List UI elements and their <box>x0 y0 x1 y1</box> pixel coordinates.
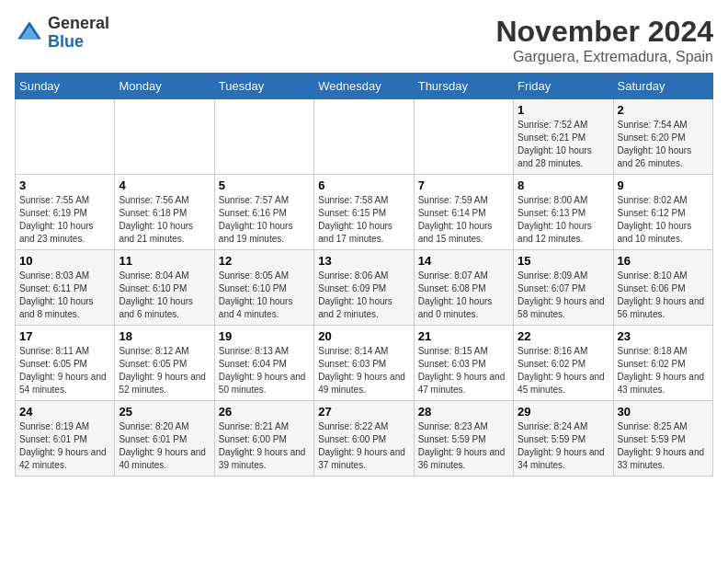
day-number: 10 <box>19 254 110 268</box>
calendar-cell: 4Sunrise: 7:56 AMSunset: 6:18 PMDaylight… <box>115 175 214 250</box>
calendar-cell: 21Sunrise: 8:15 AMSunset: 6:03 PMDayligh… <box>414 326 513 401</box>
calendar-cell: 18Sunrise: 8:12 AMSunset: 6:05 PMDayligh… <box>115 326 214 401</box>
day-info: Sunrise: 7:59 AMSunset: 6:14 PMDaylight:… <box>418 194 509 246</box>
day-number: 27 <box>318 405 409 419</box>
day-info: Sunrise: 7:56 AMSunset: 6:18 PMDaylight:… <box>119 194 210 246</box>
calendar-cell: 19Sunrise: 8:13 AMSunset: 6:04 PMDayligh… <box>214 326 313 401</box>
day-number: 3 <box>19 178 110 192</box>
logo-icon <box>15 18 44 48</box>
day-info: Sunrise: 7:52 AMSunset: 6:21 PMDaylight:… <box>518 119 609 170</box>
logo-text: General Blue <box>48 15 109 52</box>
day-info: Sunrise: 8:20 AMSunset: 6:01 PMDaylight:… <box>119 420 210 472</box>
month-title: November 2024 <box>495 15 713 49</box>
header: General Blue November 2024 Garguera, Ext… <box>15 15 713 65</box>
day-info: Sunrise: 8:16 AMSunset: 6:02 PMDaylight:… <box>518 345 609 396</box>
day-number: 26 <box>219 405 310 419</box>
day-info: Sunrise: 8:23 AMSunset: 5:59 PMDaylight:… <box>418 420 509 472</box>
day-info: Sunrise: 8:19 AMSunset: 6:01 PMDaylight:… <box>19 420 110 472</box>
calendar-week-row: 3Sunrise: 7:55 AMSunset: 6:19 PMDaylight… <box>16 175 713 250</box>
day-number: 9 <box>618 178 709 192</box>
day-number: 16 <box>618 254 709 268</box>
weekday-header: Saturday <box>613 74 712 99</box>
calendar-cell: 5Sunrise: 7:57 AMSunset: 6:16 PMDaylight… <box>214 175 313 250</box>
calendar-cell: 7Sunrise: 7:59 AMSunset: 6:14 PMDaylight… <box>414 175 513 250</box>
weekday-header: Friday <box>514 74 613 99</box>
calendar-cell: 6Sunrise: 7:58 AMSunset: 6:15 PMDaylight… <box>314 175 414 250</box>
day-number: 12 <box>219 254 310 268</box>
day-info: Sunrise: 8:21 AMSunset: 6:00 PMDaylight:… <box>219 420 310 472</box>
day-number: 23 <box>618 329 709 343</box>
day-number: 8 <box>518 178 609 192</box>
calendar-cell: 26Sunrise: 8:21 AMSunset: 6:00 PMDayligh… <box>214 401 313 477</box>
day-info: Sunrise: 7:54 AMSunset: 6:20 PMDaylight:… <box>618 119 709 170</box>
day-info: Sunrise: 8:15 AMSunset: 6:03 PMDaylight:… <box>418 345 509 396</box>
day-number: 28 <box>418 405 509 419</box>
day-info: Sunrise: 8:00 AMSunset: 6:13 PMDaylight:… <box>518 194 609 246</box>
header-row: SundayMondayTuesdayWednesdayThursdayFrid… <box>16 74 713 99</box>
day-info: Sunrise: 8:05 AMSunset: 6:10 PMDaylight:… <box>219 270 310 321</box>
calendar-week-row: 24Sunrise: 8:19 AMSunset: 6:01 PMDayligh… <box>16 401 713 477</box>
day-info: Sunrise: 8:10 AMSunset: 6:06 PMDaylight:… <box>618 270 709 321</box>
calendar-cell: 25Sunrise: 8:20 AMSunset: 6:01 PMDayligh… <box>115 401 214 477</box>
day-info: Sunrise: 7:55 AMSunset: 6:19 PMDaylight:… <box>19 194 110 246</box>
day-info: Sunrise: 8:07 AMSunset: 6:08 PMDaylight:… <box>418 270 509 321</box>
logo-blue: Blue <box>48 32 84 51</box>
day-number: 6 <box>318 178 409 192</box>
calendar-cell: 29Sunrise: 8:24 AMSunset: 5:59 PMDayligh… <box>514 401 613 477</box>
calendar-cell: 8Sunrise: 8:00 AMSunset: 6:13 PMDaylight… <box>514 175 613 250</box>
calendar-cell: 12Sunrise: 8:05 AMSunset: 6:10 PMDayligh… <box>214 250 313 326</box>
day-info: Sunrise: 8:24 AMSunset: 5:59 PMDaylight:… <box>518 420 609 472</box>
calendar-cell: 27Sunrise: 8:22 AMSunset: 6:00 PMDayligh… <box>314 401 414 477</box>
calendar-cell <box>314 99 414 175</box>
calendar-cell <box>214 99 313 175</box>
day-number: 13 <box>318 254 409 268</box>
day-number: 2 <box>618 103 709 117</box>
calendar-cell: 9Sunrise: 8:02 AMSunset: 6:12 PMDaylight… <box>613 175 712 250</box>
calendar-cell: 16Sunrise: 8:10 AMSunset: 6:06 PMDayligh… <box>613 250 712 326</box>
calendar-cell: 30Sunrise: 8:25 AMSunset: 5:59 PMDayligh… <box>613 401 712 477</box>
calendar-cell: 24Sunrise: 8:19 AMSunset: 6:01 PMDayligh… <box>16 401 115 477</box>
day-number: 14 <box>418 254 509 268</box>
calendar-cell: 23Sunrise: 8:18 AMSunset: 6:02 PMDayligh… <box>613 326 712 401</box>
day-info: Sunrise: 7:57 AMSunset: 6:16 PMDaylight:… <box>219 194 310 246</box>
weekday-header: Monday <box>115 74 214 99</box>
day-info: Sunrise: 8:03 AMSunset: 6:11 PMDaylight:… <box>19 270 110 321</box>
location: Garguera, Extremadura, Spain <box>495 49 713 65</box>
day-info: Sunrise: 7:58 AMSunset: 6:15 PMDaylight:… <box>318 194 409 246</box>
calendar-cell <box>115 99 214 175</box>
day-number: 15 <box>518 254 609 268</box>
day-number: 11 <box>119 254 210 268</box>
day-number: 29 <box>518 405 609 419</box>
day-info: Sunrise: 8:25 AMSunset: 5:59 PMDaylight:… <box>618 420 709 472</box>
weekday-header: Thursday <box>414 74 513 99</box>
day-info: Sunrise: 8:12 AMSunset: 6:05 PMDaylight:… <box>119 345 210 396</box>
weekday-header: Tuesday <box>214 74 313 99</box>
calendar-week-row: 10Sunrise: 8:03 AMSunset: 6:11 PMDayligh… <box>16 250 713 326</box>
calendar-cell: 22Sunrise: 8:16 AMSunset: 6:02 PMDayligh… <box>514 326 613 401</box>
day-number: 1 <box>518 103 609 117</box>
day-number: 20 <box>318 329 409 343</box>
calendar-cell: 10Sunrise: 8:03 AMSunset: 6:11 PMDayligh… <box>16 250 115 326</box>
day-number: 4 <box>119 178 210 192</box>
day-number: 30 <box>618 405 709 419</box>
calendar-cell: 15Sunrise: 8:09 AMSunset: 6:07 PMDayligh… <box>514 250 613 326</box>
calendar-cell <box>16 99 115 175</box>
calendar-cell: 17Sunrise: 8:11 AMSunset: 6:05 PMDayligh… <box>16 326 115 401</box>
day-info: Sunrise: 8:06 AMSunset: 6:09 PMDaylight:… <box>318 270 409 321</box>
calendar-cell: 1Sunrise: 7:52 AMSunset: 6:21 PMDaylight… <box>514 99 613 175</box>
weekday-header: Sunday <box>16 74 115 99</box>
day-number: 21 <box>418 329 509 343</box>
calendar-week-row: 1Sunrise: 7:52 AMSunset: 6:21 PMDaylight… <box>16 99 713 175</box>
logo-general: General <box>48 14 109 32</box>
calendar-cell: 11Sunrise: 8:04 AMSunset: 6:10 PMDayligh… <box>115 250 214 326</box>
title-area: November 2024 Garguera, Extremadura, Spa… <box>495 15 713 65</box>
day-number: 5 <box>219 178 310 192</box>
day-number: 18 <box>119 329 210 343</box>
day-number: 25 <box>119 405 210 419</box>
calendar-cell: 14Sunrise: 8:07 AMSunset: 6:08 PMDayligh… <box>414 250 513 326</box>
calendar-cell: 2Sunrise: 7:54 AMSunset: 6:20 PMDaylight… <box>613 99 712 175</box>
calendar-table: SundayMondayTuesdayWednesdayThursdayFrid… <box>15 73 713 477</box>
calendar-cell <box>414 99 513 175</box>
day-number: 7 <box>418 178 509 192</box>
logo: General Blue <box>15 15 109 52</box>
